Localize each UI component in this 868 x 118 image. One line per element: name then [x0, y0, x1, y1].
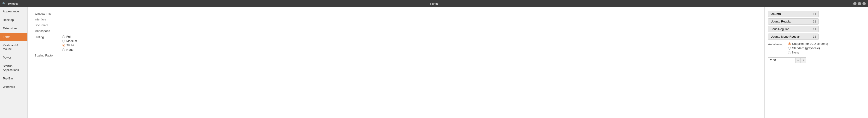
sidebar-item-appearance[interactable]: Appearance — [0, 7, 27, 16]
document-font-size: 11 — [813, 27, 816, 31]
antialiasing-subpixel-radio[interactable] — [788, 42, 791, 45]
hinting-none[interactable]: None — [62, 48, 77, 51]
hinting-full[interactable]: Full — [62, 35, 77, 38]
hinting-medium-radio[interactable] — [62, 40, 65, 42]
antialiasing-standard-radio[interactable] — [788, 47, 791, 50]
document-row: Document — [35, 24, 757, 27]
window-title-font-row: Ubuntu 11 — [768, 11, 865, 17]
sidebar-item-top-bar[interactable]: Top Bar — [0, 74, 27, 83]
interface-row: Interface — [35, 18, 757, 21]
antialiasing-none-label: None — [792, 51, 799, 54]
document-label: Document — [35, 24, 62, 27]
scaling-factor-input[interactable] — [768, 57, 796, 63]
page-title: Fonts — [430, 2, 438, 5]
antialiasing-subpixel-label: Subpixel (for LCD screens) — [792, 42, 828, 45]
interface-font-size: 11 — [813, 20, 816, 23]
scaling-row: Scaling Factor — [35, 54, 757, 57]
window-title-font-button[interactable]: Ubuntu 11 — [768, 11, 819, 17]
title-bar: 🔍 Tweaks Fonts — [0, 0, 868, 7]
monospace-font-row: Ubuntu Mono Regular 13 — [768, 34, 865, 40]
title-bar-left: 🔍 Tweaks — [2, 2, 18, 5]
maximize-button[interactable] — [858, 2, 861, 5]
app-name: Tweaks — [8, 2, 18, 5]
hinting-options: Full Medium Slight None — [62, 35, 77, 51]
sidebar-item-startup-applications[interactable]: Startup Applications — [0, 62, 27, 74]
document-font-row: Sans Regular 11 — [768, 26, 865, 32]
scaling-decrement-button[interactable]: - — [796, 57, 801, 63]
interface-font-row: Ubuntu Regular 11 — [768, 18, 865, 25]
hinting-slight-label: Slight — [66, 44, 74, 47]
main-container: Appearance Desktop Extensions Fonts Keyb… — [0, 7, 868, 118]
antialiasing-standard-label: Standard (grayscale) — [792, 46, 820, 50]
content-area: Window Title Interface Document Monospac… — [28, 7, 764, 118]
monospace-font-name: Ubuntu Mono Regular — [771, 35, 800, 38]
minimize-button[interactable] — [853, 2, 857, 5]
interface-font-name: Ubuntu Regular — [771, 20, 792, 23]
sidebar-item-desktop[interactable]: Desktop — [0, 16, 27, 24]
window-title-font-size: 11 — [813, 12, 816, 15]
hinting-full-radio[interactable] — [62, 35, 65, 38]
window-title-font-name: Ubuntu — [771, 12, 781, 15]
interface-font-button[interactable]: Ubuntu Regular 11 — [768, 18, 819, 25]
sidebar: Appearance Desktop Extensions Fonts Keyb… — [0, 7, 28, 118]
hinting-slight[interactable]: Slight — [62, 44, 77, 47]
sidebar-item-windows[interactable]: Windows — [0, 83, 27, 91]
monospace-row: Monospace — [35, 29, 757, 33]
search-icon[interactable]: 🔍 — [2, 2, 6, 5]
antialiasing-label: Antialiasing — [768, 42, 783, 46]
sidebar-item-keyboard-mouse[interactable]: Keyboard & Mouse — [0, 41, 27, 54]
monospace-font-size: 13 — [813, 35, 816, 38]
antialiasing-standard[interactable]: Standard (grayscale) — [788, 46, 828, 50]
hinting-full-label: Full — [66, 35, 71, 38]
hinting-slight-radio[interactable] — [62, 44, 65, 47]
window-title-label: Window Title — [35, 12, 62, 15]
sidebar-item-power[interactable]: Power — [0, 53, 27, 62]
monospace-label: Monospace — [35, 29, 62, 33]
document-font-button[interactable]: Sans Regular 11 — [768, 26, 819, 32]
antialiasing-options: Subpixel (for LCD screens) Standard (gra… — [788, 42, 828, 54]
antialiasing-section: Antialiasing Subpixel (for LCD screens) … — [768, 42, 865, 54]
antialiasing-subpixel[interactable]: Subpixel (for LCD screens) — [788, 42, 828, 45]
monospace-font-button[interactable]: Ubuntu Mono Regular 13 — [768, 34, 819, 40]
sidebar-item-extensions[interactable]: Extensions — [0, 24, 27, 33]
close-button[interactable] — [863, 2, 866, 5]
antialiasing-none[interactable]: None — [788, 51, 828, 54]
antialiasing-none-radio[interactable] — [788, 51, 791, 54]
scaling-increment-button[interactable]: + — [801, 57, 806, 63]
window-title-row: Window Title — [35, 12, 757, 15]
scaling-factor-row: - + — [768, 57, 865, 63]
interface-label: Interface — [35, 18, 62, 21]
window-controls — [853, 2, 866, 5]
hinting-none-label: None — [66, 48, 73, 51]
hinting-label: Hinting — [35, 35, 62, 39]
scaling-label: Scaling Factor — [35, 54, 62, 57]
sidebar-item-fonts[interactable]: Fonts — [0, 33, 27, 41]
hinting-medium-label: Medium — [66, 39, 77, 43]
right-panel: Ubuntu 11 Ubuntu Regular 11 Sans Regular… — [764, 7, 868, 118]
document-font-name: Sans Regular — [771, 27, 789, 31]
hinting-none-radio[interactable] — [62, 48, 65, 51]
hinting-section: Hinting Full Medium Slight None — [35, 35, 757, 51]
hinting-medium[interactable]: Medium — [62, 39, 77, 43]
